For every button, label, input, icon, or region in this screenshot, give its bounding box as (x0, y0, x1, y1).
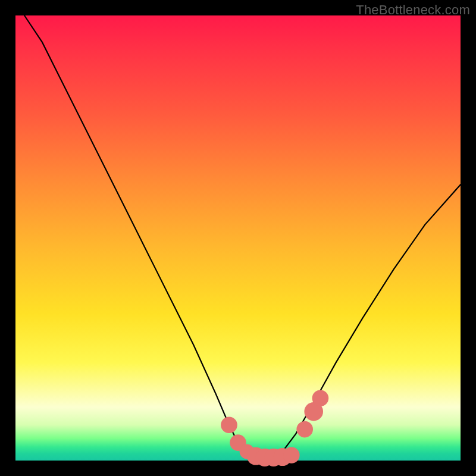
data-marker (312, 390, 329, 407)
chart-plot-area (15, 15, 461, 461)
chart-frame: TheBottleneck.com (0, 0, 476, 476)
marker-group (221, 390, 328, 466)
bottleneck-curve-right-path (274, 184, 461, 458)
watermark-text: TheBottleneck.com (356, 2, 470, 18)
data-marker (296, 421, 313, 438)
data-marker (221, 416, 237, 433)
data-marker (283, 447, 300, 464)
bottleneck-curve-left-path (24, 15, 265, 458)
chart-svg (15, 15, 461, 461)
curve-group (24, 15, 461, 458)
